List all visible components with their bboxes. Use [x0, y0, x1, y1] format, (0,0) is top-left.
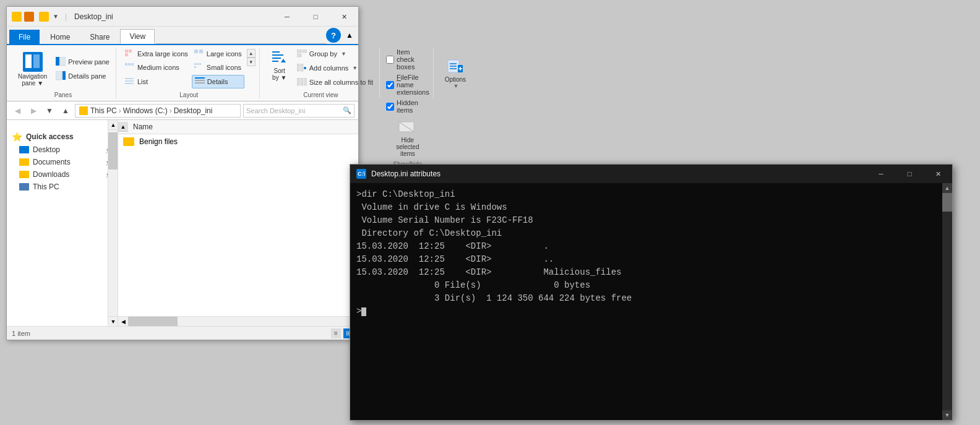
sidebar-item-documents[interactable]: Documents 📌: [7, 156, 118, 168]
group-by-chevron: ▼: [341, 51, 346, 57]
list-button[interactable]: List: [123, 75, 191, 88]
downloads-label: Downloads: [33, 170, 69, 179]
navigation-pane-button[interactable]: Navigationpane ▼: [14, 51, 51, 88]
add-columns-button[interactable]: Add columns ▼: [294, 62, 376, 74]
layout-scroll-up[interactable]: ▲: [247, 49, 256, 58]
sidebar-scrollbar-up[interactable]: ▲: [108, 120, 118, 130]
back-button[interactable]: ◀: [11, 104, 24, 118]
view-toggle-list[interactable]: ≡: [331, 328, 341, 338]
cmd-content-wrapper: >dir C:\Desktop_ini Volume in drive C is…: [350, 183, 952, 420]
quick-access-label: Quick access: [26, 132, 74, 141]
extra-large-icons-button[interactable]: Extra large icons: [123, 48, 191, 60]
sort-by-label: Sortby ▼: [272, 67, 286, 81]
title-bar-icons: ▼ | Desktop_ini: [12, 12, 113, 22]
recent-button[interactable]: ▼: [43, 104, 56, 118]
cmd-maximize-button[interactable]: □: [895, 165, 924, 183]
help-button[interactable]: ?: [326, 28, 341, 43]
title-bar-controls: ─ □ ✕: [273, 7, 358, 27]
large-icons-button[interactable]: Large icons: [192, 48, 244, 60]
group-by-button[interactable]: Group by ▼: [294, 48, 376, 60]
path-this-pc: This PC: [90, 106, 117, 115]
options-button[interactable]: Options ▼: [440, 54, 471, 92]
extra-large-icon: [125, 49, 135, 59]
tab-home[interactable]: Home: [41, 30, 79, 44]
cmd-title-text: Desktop.ini attributes: [371, 170, 441, 178]
cmd-scroll-thumb[interactable]: [942, 193, 952, 212]
sidebar-scrollbar-thumb[interactable]: [108, 132, 118, 170]
minimize-button[interactable]: ─: [273, 7, 301, 27]
close-button[interactable]: ✕: [330, 7, 358, 27]
sidebar-item-this-pc[interactable]: This PC: [7, 181, 118, 193]
search-box[interactable]: Search Desktop_ini 🔍: [243, 104, 355, 118]
svg-rect-10: [128, 63, 131, 66]
item-check-boxes-toggle[interactable]: Item check boxes: [386, 48, 429, 71]
svg-rect-33: [304, 67, 306, 69]
layout-group-label: Layout: [123, 92, 256, 98]
svg-rect-36: [304, 78, 307, 85]
name-column-header[interactable]: Name: [128, 120, 358, 134]
layout-scroll-down[interactable]: ▼: [247, 58, 256, 66]
sidebar-item-downloads[interactable]: Downloads 📌: [7, 168, 118, 181]
small-icons-button[interactable]: Small icons: [192, 61, 244, 74]
sidebar-scrollbar-down[interactable]: ▼: [108, 316, 118, 326]
hide-selected-button[interactable]: Hide selected items: [386, 114, 429, 160]
cmd-minimize-button[interactable]: ─: [867, 165, 895, 183]
current-view-group-label: Current view: [266, 92, 376, 98]
sidebar-item-desktop[interactable]: Desktop 📌: [7, 144, 118, 156]
svg-rect-11: [131, 63, 134, 66]
sidebar-item-quick-access[interactable]: ⭐ Quick access: [7, 130, 118, 144]
file-item-benign-files[interactable]: Benign files: [118, 134, 358, 149]
file-name-extensions-toggle[interactable]: FileFile name extensions: [386, 73, 429, 97]
svg-rect-34: [297, 78, 299, 85]
cmd-scrollbar: ▲ ▼: [942, 183, 952, 420]
svg-rect-8: [199, 49, 203, 53]
preview-pane-button[interactable]: Preview pane: [53, 56, 112, 68]
hscroll-left-btn[interactable]: ◀: [118, 317, 128, 327]
address-path[interactable]: This PC › Windows (C:) › Desktop_ini: [75, 104, 241, 118]
file-name-extensions-label: FileFile name extensions: [397, 74, 429, 96]
small-icon: [194, 62, 204, 72]
forward-button[interactable]: ▶: [27, 104, 40, 118]
preview-pane-icon: [56, 57, 66, 67]
sort-by-button[interactable]: Sortby ▼: [266, 48, 293, 84]
hscroll-thumb[interactable]: [128, 317, 178, 326]
size-all-columns-button[interactable]: Size all columns to fit: [294, 76, 376, 88]
cmd-close-button[interactable]: ✕: [924, 165, 952, 183]
svg-rect-31: [301, 64, 303, 71]
svg-rect-18: [125, 83, 134, 84]
quick-access-icon: [12, 12, 22, 22]
group-by-icon: [297, 49, 307, 59]
svg-rect-30: [297, 64, 299, 71]
large-icon: [194, 49, 204, 59]
up-button[interactable]: ▲: [59, 104, 72, 118]
ribbon-toggle-up[interactable]: ▲: [343, 28, 356, 43]
file-name-extensions-checkbox[interactable]: [386, 81, 394, 89]
svg-rect-35: [301, 78, 303, 85]
options-chevron: ▼: [453, 83, 458, 89]
hidden-items-checkbox[interactable]: [386, 103, 394, 111]
svg-rect-16: [125, 78, 134, 79]
svg-rect-22: [272, 51, 280, 53]
hidden-items-toggle[interactable]: Hidden items: [386, 98, 429, 114]
cmd-scroll-down-btn[interactable]: ▼: [942, 410, 952, 420]
small-icons-label: Small icons: [207, 64, 241, 71]
tab-view[interactable]: View: [120, 29, 155, 44]
cmd-icon: C:\: [356, 169, 366, 179]
tab-share[interactable]: Share: [80, 30, 119, 44]
cmd-line-10: 3 Dir(s) 1 124 350 644 224 bytes free: [356, 292, 936, 305]
tab-file[interactable]: File: [9, 30, 40, 44]
cmd-scroll-up-btn[interactable]: ▲: [942, 183, 952, 193]
svg-rect-2: [56, 71, 62, 80]
this-pc-icon: [19, 183, 29, 191]
medium-icons-button[interactable]: Medium icons: [123, 61, 191, 74]
details-pane-button[interactable]: Details pane: [53, 70, 112, 82]
current-view-group-content: Sortby ▼ Group by ▼: [266, 48, 376, 90]
details-button[interactable]: Details: [192, 75, 244, 88]
maximize-button[interactable]: □: [301, 7, 330, 27]
item-check-boxes-checkbox[interactable]: [386, 56, 394, 64]
documents-label: Documents: [33, 158, 71, 166]
panes-buttons: Preview pane Details pane: [53, 56, 112, 82]
content-scroll-up[interactable]: ▲: [118, 122, 128, 132]
cmd-content: >dir C:\Desktop_ini Volume in drive C is…: [350, 183, 942, 420]
svg-rect-6: [125, 53, 128, 56]
